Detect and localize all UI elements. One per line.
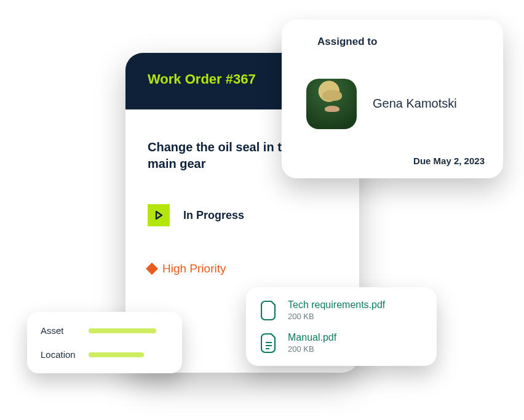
assigned-label: Assigned to xyxy=(317,36,485,48)
priority-row: High Priority xyxy=(148,262,337,275)
attachment-name: Manual.pdf xyxy=(288,332,336,343)
due-date: Due May 2, 2023 xyxy=(413,156,485,166)
file-lines-icon xyxy=(261,333,278,354)
attachment-name: Tech requirements.pdf xyxy=(288,299,385,311)
status-row: In Progress xyxy=(148,204,337,226)
location-label: Location xyxy=(41,349,79,360)
priority-text: High Priority xyxy=(162,262,226,275)
attachment-size: 200 KB xyxy=(288,312,385,321)
attachment-row[interactable]: Tech requirements.pdf 200 KB xyxy=(261,299,422,321)
placeholder-bar xyxy=(89,328,156,333)
attachment-row[interactable]: Manual.pdf 200 KB xyxy=(261,332,422,354)
diamond-icon xyxy=(146,263,158,275)
assignee-name: Gena Kamotski xyxy=(373,97,457,111)
play-icon xyxy=(148,204,170,226)
asset-row: Asset xyxy=(41,325,169,336)
avatar xyxy=(306,79,357,129)
placeholder-bar xyxy=(89,352,144,357)
file-icon xyxy=(261,300,278,321)
asset-label: Asset xyxy=(41,325,79,336)
assigned-card: Assigned to Gena Kamotski Due May 2, 202… xyxy=(282,20,503,178)
attachment-size: 200 KB xyxy=(288,344,336,354)
meta-card: Asset Location xyxy=(27,312,182,373)
assignee-row: Gena Kamotski xyxy=(306,64,485,143)
status-text: In Progress xyxy=(183,209,244,222)
location-row: Location xyxy=(41,349,169,360)
attachments-card: Tech requirements.pdf 200 KB Manual.pdf … xyxy=(246,287,437,366)
